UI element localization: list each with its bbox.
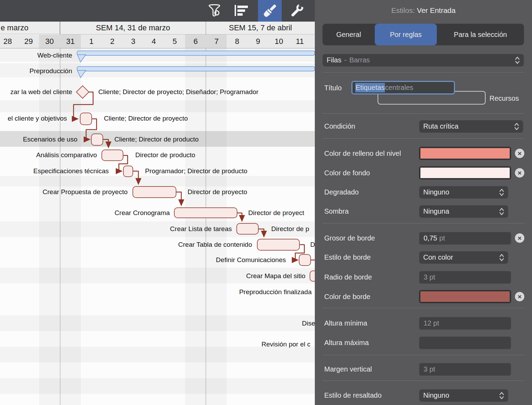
degradado-value: Ninguno <box>423 188 449 196</box>
titulo-field[interactable]: Etiquetas centrales <box>351 81 455 94</box>
task-label[interactable]: Crear Lista de tareas <box>170 225 232 233</box>
estilo-resaltado-label: Estilo de resaltado <box>324 391 382 399</box>
task-label[interactable]: Análisis comparativo <box>36 151 97 159</box>
resource-label: Programador; Director de producto <box>145 167 248 175</box>
task-label[interactable]: Revisión por el c <box>261 341 310 348</box>
group-bar-preproduccion[interactable] <box>77 67 315 78</box>
task-label[interactable]: Escenarios de uso <box>23 136 77 143</box>
top-toolbar <box>0 0 315 22</box>
task-label[interactable]: Crear Mapa del sitio <box>246 272 305 280</box>
resource-label: Director de proyecto <box>188 188 247 196</box>
task-bar-escenarios[interactable] <box>91 134 103 145</box>
condicion-select[interactable]: Ruta crítica <box>419 120 523 133</box>
inspector-tab-bar: General Por reglas Para la selección <box>322 24 524 45</box>
divider <box>322 113 525 114</box>
task-label[interactable]: Preproducción <box>29 67 72 75</box>
radio-borde-input[interactable]: 3 pt <box>419 271 511 284</box>
task-bar-comunicaciones[interactable] <box>299 254 311 266</box>
grosor-unit: pt <box>439 234 445 242</box>
titulo-label: Título <box>324 84 342 92</box>
stepper-icon[interactable] <box>499 188 504 197</box>
outline-list-icon <box>235 5 249 17</box>
divider <box>322 223 525 223</box>
task-bar-especificaciones[interactable] <box>123 166 133 177</box>
color-borde-clear-button[interactable]: ✕ <box>515 292 524 301</box>
grosor-clear-button[interactable]: ✕ <box>515 234 524 243</box>
grosor-label: Grosor de borde <box>324 234 375 242</box>
task-label[interactable]: Web-cliente <box>37 52 72 59</box>
task-label[interactable]: Crear Propuesta de proyecto <box>43 188 128 196</box>
relleno-swatch <box>420 148 510 159</box>
panel-title-prefix: Estilos: <box>391 6 415 14</box>
outline-button[interactable] <box>230 0 253 22</box>
wrench-icon <box>290 3 304 18</box>
color-borde-label: Color de borde <box>324 293 370 301</box>
estilo-resaltado-select[interactable]: Ninguno <box>419 389 508 402</box>
fondo-label: Color de fondo <box>324 169 370 177</box>
margen-vertical-input[interactable]: 3 pt <box>419 363 511 376</box>
estilo-borde-label: Estilo de borde <box>324 253 371 261</box>
stepper-icon[interactable] <box>499 253 504 262</box>
task-bar-objetivos[interactable] <box>80 113 92 125</box>
fondo-swatch <box>420 168 510 178</box>
altura-maxima-label: Altura máxima <box>324 339 369 347</box>
altura-minima-input[interactable]: 12 pt <box>419 317 511 330</box>
stepper-icon[interactable] <box>515 56 520 65</box>
style-button[interactable] <box>258 0 282 22</box>
task-bar-mapa[interactable] <box>310 271 315 281</box>
fondo-color-well[interactable] <box>419 166 511 179</box>
resource-label: Director de proyect <box>248 209 304 217</box>
task-label[interactable]: Crear Cronograma <box>115 209 170 217</box>
margen-vertical-value: 3 pt <box>424 365 435 373</box>
group-bar-web-cliente[interactable] <box>77 51 315 62</box>
resource-label: Cliente; Director de producto <box>114 136 199 143</box>
tab-para-la-seleccion[interactable]: Para la selección <box>437 24 524 45</box>
paintbrush-icon <box>263 3 277 18</box>
divider <box>322 381 525 381</box>
task-label[interactable]: Dise <box>302 320 315 327</box>
tab-general[interactable]: General <box>322 24 375 45</box>
estilo-borde-select[interactable]: Con color <box>419 251 508 264</box>
relleno-clear-button[interactable]: ✕ <box>515 149 524 158</box>
grosor-input[interactable]: 0,75 pt <box>419 232 511 245</box>
stepper-icon[interactable] <box>499 391 504 400</box>
task-bar-propuesta[interactable] <box>133 186 176 198</box>
style-inspector-panel: Estilos: Ver Entrada General Por reglas … <box>315 0 532 405</box>
divider <box>322 72 525 72</box>
tab-por-reglas[interactable]: Por reglas <box>375 24 437 45</box>
task-bar-tabla[interactable] <box>257 239 299 250</box>
stepper-icon[interactable] <box>514 122 519 131</box>
task-label[interactable]: Especificaciones técnicas <box>33 167 109 175</box>
rule-target-primary: Filas <box>327 56 341 64</box>
divider <box>322 138 525 139</box>
task-label[interactable]: zar la web del cliente <box>10 88 72 96</box>
task-label[interactable]: Definir Comunicaciones <box>216 256 286 264</box>
task-bar-lista[interactable] <box>237 223 258 234</box>
task-label[interactable]: Crear Tabla de contenido <box>178 241 252 249</box>
stepper-icon[interactable] <box>499 207 504 216</box>
sombra-select[interactable]: Ninguna <box>419 205 508 218</box>
panel-title-value: Ver Entrada <box>417 6 456 14</box>
degradado-select[interactable]: Ninguno <box>419 186 508 199</box>
filter-button[interactable] <box>203 0 226 22</box>
tools-button[interactable] <box>285 0 309 22</box>
task-label[interactable]: Preproducción finalizada <box>239 288 312 296</box>
task-bar-analisis[interactable] <box>102 150 123 161</box>
condicion-label: Condición <box>324 122 355 130</box>
task-label[interactable]: el cliente y objetivos <box>8 115 67 122</box>
relleno-color-well[interactable] <box>419 147 511 160</box>
resource-label: Cliente; Director de proyecto <box>104 115 188 122</box>
milestone-diamond[interactable] <box>76 86 89 98</box>
altura-minima-value: 12 pt <box>424 319 439 327</box>
app-window: e marzo SEM 14, 31 de marzo SEM 15, 7 de… <box>0 0 532 405</box>
fondo-clear-button[interactable]: ✕ <box>515 168 524 178</box>
sombra-label: Sombra <box>324 207 349 215</box>
task-bar-cronograma[interactable] <box>174 208 237 218</box>
altura-maxima-input[interactable] <box>419 336 511 349</box>
rule-target-select[interactable]: Filas - Barras <box>322 54 524 67</box>
rule-target-separator: - <box>344 56 347 64</box>
condicion-value: Ruta crítica <box>423 122 458 130</box>
color-borde-well[interactable] <box>419 290 511 303</box>
resource-label: D <box>310 241 315 249</box>
estilo-borde-value: Con color <box>423 253 453 261</box>
